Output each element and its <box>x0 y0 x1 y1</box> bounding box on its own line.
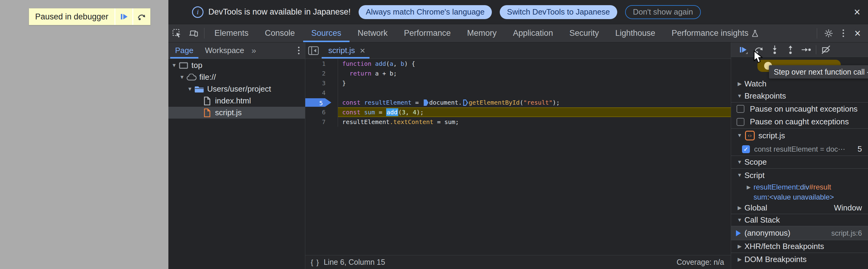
tab-performance-insights[interactable]: Performance insights <box>663 24 767 42</box>
expander-right-icon[interactable]: ▶ <box>735 243 744 249</box>
code-text[interactable]: const sum = add(3, 4); <box>338 107 731 117</box>
code-text[interactable]: } <box>338 78 731 88</box>
code-line-7[interactable]: 7resultElement.textContent = sum; <box>305 117 731 127</box>
expander-right-icon[interactable]: ▶ <box>735 256 744 263</box>
pause-uncaught-row[interactable]: Pause on uncaught exceptions <box>731 103 868 115</box>
infobar-close-icon[interactable]: × <box>850 5 864 19</box>
match-chrome-language-button[interactable]: Always match Chrome's language <box>359 5 492 19</box>
expander-down-icon[interactable]: ▼ <box>735 133 744 139</box>
breakpoints-section-header[interactable]: ▼ Breakpoints <box>731 90 868 103</box>
expander-right-icon[interactable]: ▶ <box>735 205 744 211</box>
tab-application[interactable]: Application <box>505 24 561 42</box>
navigator-more-options-button[interactable] <box>292 47 305 54</box>
step-button[interactable] <box>798 43 814 57</box>
code-line-5[interactable]: 5const resultElement = document.getEleme… <box>305 98 731 107</box>
tree-item-file-protocol[interactable]: ▼ file:// <box>168 71 305 83</box>
editor-tab-close-icon[interactable]: × <box>360 46 365 56</box>
editor-tab-script-js[interactable]: script.js × <box>322 43 370 58</box>
tree-item-top[interactable]: ▼ top <box>168 59 305 71</box>
callstack-frame-row[interactable]: (anonymous) script.js:6 <box>731 226 868 240</box>
step-into-button[interactable] <box>767 43 783 57</box>
device-toolbar-button[interactable] <box>185 24 202 42</box>
scope-section-header[interactable]: ▼ Scope <box>731 156 868 169</box>
experiment-flask-icon <box>751 29 759 37</box>
code-text[interactable]: resultElement.textContent = sum; <box>338 117 731 127</box>
inline-breakpoint-marker-icon[interactable] <box>463 100 468 106</box>
expander-down-icon[interactable]: ▼ <box>178 74 186 80</box>
inline-breakpoint-marker-icon[interactable] <box>424 100 429 106</box>
step-over-banner-button[interactable] <box>132 8 150 25</box>
breakpoint-file-group[interactable]: ▼ ‹› script.js <box>731 129 868 142</box>
tree-item-index-html[interactable]: index.html <box>168 95 305 107</box>
breakpoint-line-number[interactable]: 5 <box>305 98 338 107</box>
tab-workspace[interactable]: Workspace <box>200 43 249 58</box>
tree-item-project-folder[interactable]: ▼ Users/user/project <box>168 83 305 95</box>
tab-network[interactable]: Network <box>349 24 396 42</box>
breakpoint-entry-row[interactable]: ✓ const resultElement = doc⋯ 5 <box>731 142 868 156</box>
toggle-navigator-button[interactable] <box>305 43 322 58</box>
tab-lighthouse[interactable]: Lighthouse <box>607 24 663 42</box>
code-text[interactable]: function add(a, b) { <box>338 59 731 69</box>
line-number[interactable]: 2 <box>305 69 338 78</box>
tab-sources[interactable]: Sources <box>303 24 349 42</box>
expander-down-icon[interactable]: ▼ <box>735 93 744 99</box>
tab-performance[interactable]: Performance <box>396 24 459 42</box>
more-options-button[interactable] <box>837 29 849 37</box>
breakpoint-checkbox[interactable]: ✓ <box>742 145 750 153</box>
code-line-3[interactable]: 3} <box>305 78 731 88</box>
tab-security[interactable]: Security <box>561 24 607 42</box>
expander-right-icon[interactable]: ▶ <box>735 81 744 87</box>
code-text[interactable]: const resultElement = document.getElemen… <box>338 98 731 107</box>
more-tabs-chevron[interactable]: » <box>249 46 259 55</box>
scope-script-row[interactable]: ▼ Script <box>731 169 868 182</box>
settings-button[interactable] <box>820 29 837 38</box>
tab-elements[interactable]: Elements <box>206 24 257 42</box>
scope-prop-sum[interactable]: sum: <value unavailable> <box>731 192 868 202</box>
line-number[interactable]: 4 <box>305 88 338 98</box>
line-number[interactable]: 1 <box>305 59 338 69</box>
line-number[interactable]: 7 <box>305 117 338 127</box>
line-number[interactable]: 3 <box>305 78 338 88</box>
line-number[interactable]: 6 <box>305 107 338 117</box>
breakpoint-flag[interactable]: 5 <box>305 98 331 107</box>
code-text[interactable]: return a + b; <box>338 69 731 78</box>
expander-down-icon[interactable]: ▼ <box>735 159 744 165</box>
expander-down-icon[interactable]: ▼ <box>186 86 194 92</box>
resume-icon <box>119 12 128 21</box>
pause-caught-checkbox[interactable] <box>737 118 744 126</box>
deactivate-breakpoints-button[interactable] <box>818 43 834 57</box>
inspect-element-button[interactable] <box>168 24 185 42</box>
pause-caught-row[interactable]: Pause on caught exceptions <box>731 115 868 129</box>
scope-global-row[interactable]: ▶ Global Window <box>731 202 868 214</box>
scope-prop-resultelement[interactable]: ▶ resultElement: div#result <box>731 182 868 192</box>
xhr-breakpoints-header[interactable]: ▶ XHR/fetch Breakpoints <box>731 240 868 253</box>
code-line-6[interactable]: 6const sum = add(3, 4); <box>305 107 731 117</box>
tree-item-script-js[interactable]: script.js <box>168 107 305 118</box>
tree-item-label: file:// <box>199 73 216 82</box>
step-out-button[interactable] <box>783 43 798 57</box>
tab-page[interactable]: Page <box>170 43 198 58</box>
tab-memory[interactable]: Memory <box>459 24 505 42</box>
expander-down-icon[interactable]: ▼ <box>735 172 744 178</box>
code-editor[interactable]: 1function add(a, b) {2 return a + b;3}45… <box>305 59 731 255</box>
resume-script-execution-button[interactable] <box>735 43 751 57</box>
devtools-close-button[interactable]: × <box>849 27 866 40</box>
dom-breakpoints-header[interactable]: ▶ DOM Breakpoints <box>731 253 868 266</box>
code-line-4[interactable]: 4 <box>305 88 731 98</box>
watch-section-header[interactable]: ▶ Watch <box>731 78 868 90</box>
code-text[interactable] <box>338 88 731 98</box>
switch-devtools-japanese-button[interactable]: Switch DevTools to Japanese <box>500 5 617 19</box>
pretty-print-button[interactable]: { } <box>311 258 319 267</box>
expander-down-icon[interactable]: ▼ <box>735 217 744 223</box>
pause-uncaught-checkbox[interactable] <box>737 105 744 113</box>
code-line-2[interactable]: 2 return a + b; <box>305 69 731 78</box>
frame-icon <box>178 62 189 69</box>
code-line-1[interactable]: 1function add(a, b) { <box>305 59 731 69</box>
dont-show-again-button[interactable]: Don't show again <box>625 5 701 19</box>
resume-script-button[interactable] <box>115 8 132 25</box>
expander-right-icon[interactable]: ▶ <box>744 184 753 190</box>
tab-console[interactable]: Console <box>257 24 303 42</box>
token: resultElement <box>364 99 411 106</box>
callstack-section-header[interactable]: ▼ Call Stack <box>731 214 868 226</box>
expander-down-icon[interactable]: ▼ <box>170 62 178 69</box>
